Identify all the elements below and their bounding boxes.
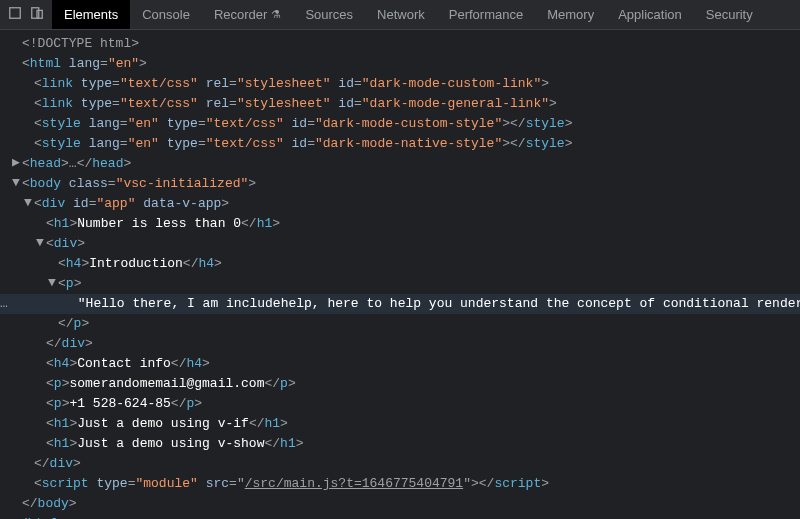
node-script[interactable]: <script type="module" src="/src/main.js?… <box>0 474 800 494</box>
tab-application[interactable]: Application <box>606 0 694 29</box>
chevron-down-icon[interactable]: ▼ <box>36 233 46 253</box>
flask-icon: ⚗ <box>271 8 281 21</box>
node-html-close[interactable]: </html> <box>0 514 800 519</box>
node-h4-contact[interactable]: <h4>Contact info</h4> <box>0 354 800 374</box>
tab-recorder[interactable]: Recorder⚗ <box>202 0 293 29</box>
node-h1-vshow[interactable]: <h1>Just a demo using v-show</h1> <box>0 434 800 454</box>
node-doctype[interactable]: <!DOCTYPE html> <box>0 34 800 54</box>
elements-dom-tree[interactable]: <!DOCTYPE html> <html lang="en"> <link t… <box>0 30 800 519</box>
svg-rect-1 <box>32 8 39 19</box>
node-p-email[interactable]: <p>somerandomemail@gmail.com</p> <box>0 374 800 394</box>
node-html-open[interactable]: <html lang="en"> <box>0 54 800 74</box>
node-div-inner[interactable]: ▼<div> <box>0 234 800 254</box>
tab-performance[interactable]: Performance <box>437 0 535 29</box>
node-style-2[interactable]: <style lang="en" type="text/css" id="dar… <box>0 134 800 154</box>
tab-sources[interactable]: Sources <box>293 0 365 29</box>
tab-memory[interactable]: Memory <box>535 0 606 29</box>
node-h1-number[interactable]: <h1>Number is less than 0</h1> <box>0 214 800 234</box>
node-div-inner-close[interactable]: </div> <box>0 334 800 354</box>
node-h4-intro[interactable]: <h4>Introduction</h4> <box>0 254 800 274</box>
device-toggle-icon[interactable] <box>30 6 44 23</box>
toolbar-icons <box>0 0 52 29</box>
node-link-1[interactable]: <link type="text/css" rel="stylesheet" i… <box>0 74 800 94</box>
svg-rect-0 <box>10 8 21 19</box>
node-h1-vif[interactable]: <h1>Just a demo using v-if</h1> <box>0 414 800 434</box>
tab-elements[interactable]: Elements <box>52 0 130 29</box>
inspect-icon[interactable] <box>8 6 22 23</box>
tab-security[interactable]: Security <box>694 0 765 29</box>
chevron-down-icon[interactable]: ▼ <box>12 173 22 193</box>
node-p-open[interactable]: ▼<p> <box>0 274 800 294</box>
svg-rect-2 <box>37 10 42 18</box>
node-body-close[interactable]: </body> <box>0 494 800 514</box>
node-p-close[interactable]: </p> <box>0 314 800 334</box>
node-div-app-close[interactable]: </div> <box>0 454 800 474</box>
node-body-open[interactable]: ▼<body class="vsc-initialized"> <box>0 174 800 194</box>
node-style-1[interactable]: <style lang="en" type="text/css" id="dar… <box>0 114 800 134</box>
chevron-right-icon[interactable]: ▶ <box>12 153 22 173</box>
node-p-text-selected[interactable]: "Hello there, I am includehelp, here to … <box>0 294 800 314</box>
chevron-down-icon[interactable]: ▼ <box>24 193 34 213</box>
tab-network[interactable]: Network <box>365 0 437 29</box>
tab-console[interactable]: Console <box>130 0 202 29</box>
node-head[interactable]: ▶<head>…</head> <box>0 154 800 174</box>
node-link-2[interactable]: <link type="text/css" rel="stylesheet" i… <box>0 94 800 114</box>
node-p-phone[interactable]: <p>+1 528-624-85</p> <box>0 394 800 414</box>
devtools-tabbar: Elements Console Recorder⚗ Sources Netwo… <box>0 0 800 30</box>
chevron-down-icon[interactable]: ▼ <box>48 273 58 293</box>
node-div-app[interactable]: ▼<div id="app" data-v-app> <box>0 194 800 214</box>
